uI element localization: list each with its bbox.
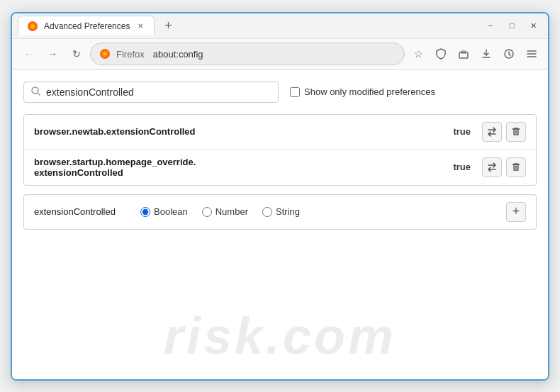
string-option[interactable]: String	[262, 206, 300, 217]
svg-point-2	[31, 25, 34, 28]
bookmark-button[interactable]: ☆	[408, 43, 429, 65]
string-label: String	[276, 206, 300, 217]
new-pref-name: extensionControlled	[34, 206, 126, 217]
window-close-button[interactable]: ✕	[524, 16, 542, 35]
row-actions-2	[482, 157, 526, 177]
new-tab-button[interactable]: +	[159, 16, 177, 35]
minimize-button[interactable]: −	[481, 16, 500, 35]
shield-icon	[435, 48, 447, 60]
history-icon	[503, 48, 515, 60]
pref-value-1: true	[453, 126, 471, 137]
number-radio[interactable]	[202, 207, 212, 217]
type-radio-group: Boolean Number String	[140, 206, 492, 217]
pref-value-2: true	[453, 162, 471, 172]
navbar: ← → ↻ Firefox about:config ☆	[12, 39, 548, 70]
string-radio[interactable]	[262, 207, 272, 217]
nav-icons: ☆	[408, 43, 542, 65]
menu-icon	[526, 48, 537, 60]
results-table: browser.newtab.extensionControlled true	[23, 114, 537, 186]
firefox-logo-icon	[99, 48, 111, 60]
show-modified-checkbox-label[interactable]: Show only modified preferences	[290, 86, 435, 97]
search-row: Show only modified preferences	[23, 82, 537, 103]
delete-icon	[511, 127, 521, 137]
table-row: browser.startup.homepage_override. exten…	[24, 150, 536, 185]
tab-close-button[interactable]: ✕	[135, 21, 145, 31]
search-input[interactable]	[46, 86, 271, 98]
extension-icon	[458, 48, 469, 60]
tab-title: Advanced Preferences	[44, 21, 130, 31]
window-controls: − □ ✕	[481, 16, 542, 35]
pref-name-1: browser.newtab.extensionControlled	[34, 126, 447, 137]
boolean-option[interactable]: Boolean	[140, 206, 188, 217]
delete-button-1[interactable]	[506, 122, 526, 142]
row-actions-1	[482, 122, 526, 142]
add-preference-button[interactable]: +	[506, 202, 526, 222]
pref-name-2-line1: browser.startup.homepage_override.	[34, 157, 196, 167]
number-option[interactable]: Number	[202, 206, 248, 217]
main-content: risk.com Show only modified preferences	[12, 70, 548, 379]
svg-point-5	[103, 52, 106, 55]
forward-button[interactable]: →	[42, 43, 63, 65]
delete-icon-2	[511, 162, 521, 172]
download-button[interactable]	[476, 43, 497, 65]
firefox-label: Firefox	[116, 49, 145, 60]
address-text: about:config	[153, 49, 396, 60]
address-bar[interactable]: Firefox about:config	[90, 43, 405, 65]
table-row: browser.newtab.extensionControlled true	[24, 115, 536, 150]
pref-name-2: browser.startup.homepage_override. exten…	[34, 157, 447, 178]
svg-line-13	[38, 93, 40, 95]
titlebar: Advanced Preferences ✕ + − □ ✕	[12, 13, 548, 39]
back-button[interactable]: ←	[18, 43, 39, 65]
swap-icon-2	[486, 162, 498, 173]
boolean-radio[interactable]	[140, 207, 150, 217]
pref-name-2-line2: extensionControlled	[34, 167, 123, 178]
delete-button-2[interactable]	[506, 157, 526, 177]
download-icon	[481, 48, 492, 60]
add-preference-row: extensionControlled Boolean Number Strin…	[23, 194, 537, 230]
extension-button[interactable]	[453, 43, 474, 65]
tab-favicon	[27, 21, 38, 32]
browser-window: Advanced Preferences ✕ + − □ ✕ ← → ↻ Fir…	[11, 12, 549, 381]
watermark: risk.com	[164, 307, 396, 365]
menu-button[interactable]	[521, 43, 542, 65]
search-icon	[31, 86, 40, 98]
search-box	[23, 82, 279, 103]
show-modified-label: Show only modified preferences	[304, 86, 435, 97]
history-button[interactable]	[498, 43, 520, 65]
maximize-button[interactable]: □	[503, 16, 521, 35]
reload-button[interactable]: ↻	[66, 43, 87, 65]
toggle-button-2[interactable]	[482, 157, 502, 177]
swap-icon	[486, 126, 498, 138]
boolean-label: Boolean	[154, 206, 188, 217]
show-modified-checkbox[interactable]	[290, 87, 300, 97]
shield-button[interactable]	[430, 43, 452, 65]
toggle-button-1[interactable]	[482, 122, 502, 142]
active-tab[interactable]: Advanced Preferences ✕	[18, 16, 155, 35]
number-label: Number	[215, 206, 248, 217]
